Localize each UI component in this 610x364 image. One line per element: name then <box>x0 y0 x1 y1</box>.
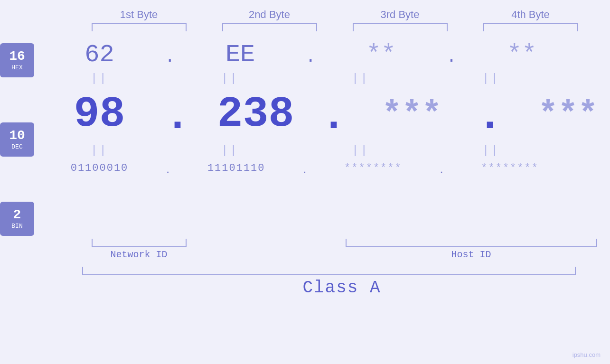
dec-b2: 238 <box>217 90 294 139</box>
bin-row: 01100010 . 11101110 . ******** . *******… <box>34 160 610 177</box>
watermark: ipshu.com <box>572 351 601 358</box>
dot2: . <box>306 47 316 67</box>
byte2-label: 2nd Byte <box>204 9 335 21</box>
full-bracket-row <box>0 267 610 275</box>
dot9: . <box>438 165 444 177</box>
dot3: . <box>446 47 457 67</box>
dec-b3: *** <box>382 96 442 133</box>
dot8: . <box>301 165 308 177</box>
host-id-label: Host ID <box>335 249 608 260</box>
dot1: . <box>165 47 175 67</box>
hex-b2: EE <box>225 41 255 69</box>
hex-badge: 16 HEX <box>0 43 34 77</box>
byte-headers: 1st Byte 2nd Byte 3rd Byte 4th Byte <box>0 0 610 21</box>
bin-b4: ******** <box>481 162 539 174</box>
hex-b4: ** <box>507 41 536 69</box>
dec-badge: 10 DEC <box>0 122 34 157</box>
hex-b1: 62 <box>84 41 114 69</box>
bin-b1: 01100010 <box>71 162 129 174</box>
bin-badge: 2 BIN <box>0 202 34 236</box>
byte4-label: 4th Byte <box>465 9 596 21</box>
equals-row-2: || || || || <box>34 141 610 160</box>
dot5: . <box>321 93 347 141</box>
content-area: 16 HEX 10 DEC 2 BIN 62 . EE <box>0 36 610 236</box>
bin-b3: ******** <box>344 162 402 174</box>
rows-container: 62 . EE . ** . ** || || <box>34 36 610 236</box>
hex-b3: ** <box>366 41 396 69</box>
left-badges: 16 HEX 10 DEC 2 BIN <box>0 36 34 236</box>
main-container: 1st Byte 2nd Byte 3rd Byte 4th Byte 16 H… <box>0 0 610 364</box>
dot7: . <box>165 165 171 177</box>
class-label: Class A <box>302 278 381 298</box>
dec-row: 98 . 238 . *** . *** <box>34 88 610 141</box>
bin-b2: 11101110 <box>207 162 265 174</box>
hex-row: 62 . EE . ** . ** <box>34 41 610 69</box>
byte1-label: 1st Byte <box>74 9 204 21</box>
dec-b1: 98 <box>74 90 125 139</box>
dec-b4: *** <box>538 96 598 133</box>
network-id-label: Network ID <box>74 249 204 260</box>
id-labels: Network ID Host ID <box>0 249 610 260</box>
byte3-label: 3rd Byte <box>335 9 465 21</box>
dot6: . <box>477 93 503 141</box>
top-brackets <box>0 23 610 31</box>
bottom-brackets <box>0 239 610 247</box>
dot4: . <box>165 93 190 141</box>
equals-row-1: || || || || <box>34 69 610 88</box>
